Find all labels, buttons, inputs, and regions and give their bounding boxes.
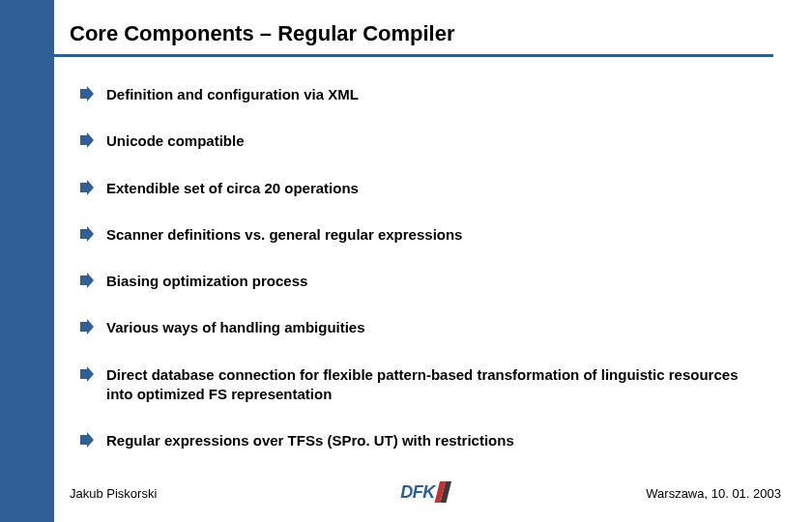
slide-title: Core Components – Regular Compiler (70, 21, 455, 46)
bullet-text: Various ways of handling ambiguities (106, 318, 365, 337)
arrow-right-icon (79, 432, 95, 448)
author-name: Jakub Piskorski (70, 486, 157, 501)
arrow-right-icon (79, 273, 95, 288)
arrow-right-icon (79, 132, 95, 148)
bullet-text: Definition and configuration via XML (106, 85, 359, 104)
logo-text: DFK (400, 482, 435, 503)
arrow-right-icon (79, 319, 95, 334)
footer: Jakub Piskorski DFK Warszawa, 10. 01. 20… (70, 478, 781, 501)
bullet-text: Regular expressions over TFSs (SPro. UT)… (106, 431, 514, 450)
list-item: Scanner definitions vs. general regular … (79, 225, 756, 245)
left-sidebar (0, 0, 54, 522)
list-item: Definition and configuration via XML (79, 85, 756, 104)
arrow-right-icon (79, 86, 95, 102)
list-item: Biasing optimization process (79, 272, 756, 291)
bullet-text: Unicode compatible (106, 131, 245, 151)
bullet-text: Biasing optimization process (106, 272, 307, 291)
arrow-right-icon (79, 180, 95, 195)
list-item: Extendible set of circa 20 operations (79, 179, 756, 198)
list-item: Regular expressions over TFSs (SPro. UT)… (79, 431, 756, 450)
bullet-list: Definition and configuration via XML Uni… (79, 85, 756, 478)
title-rule (0, 54, 773, 57)
arrow-right-icon (79, 366, 95, 382)
bullet-text: Scanner definitions vs. general regular … (106, 225, 462, 245)
arrow-right-icon (79, 226, 95, 242)
location-date: Warszawa, 10. 01. 2003 (646, 486, 781, 501)
logo-mark-icon (437, 481, 450, 503)
list-item: Unicode compatible (79, 131, 756, 151)
list-item: Various ways of handling ambiguities (79, 318, 756, 337)
list-item: Direct database connection for flexible … (79, 365, 756, 405)
dfki-logo: DFK (400, 481, 450, 503)
bullet-text: Extendible set of circa 20 operations (106, 179, 359, 198)
slide: Core Components – Regular Compiler Defin… (0, 0, 812, 522)
bullet-text: Direct database connection for flexible … (106, 365, 756, 405)
